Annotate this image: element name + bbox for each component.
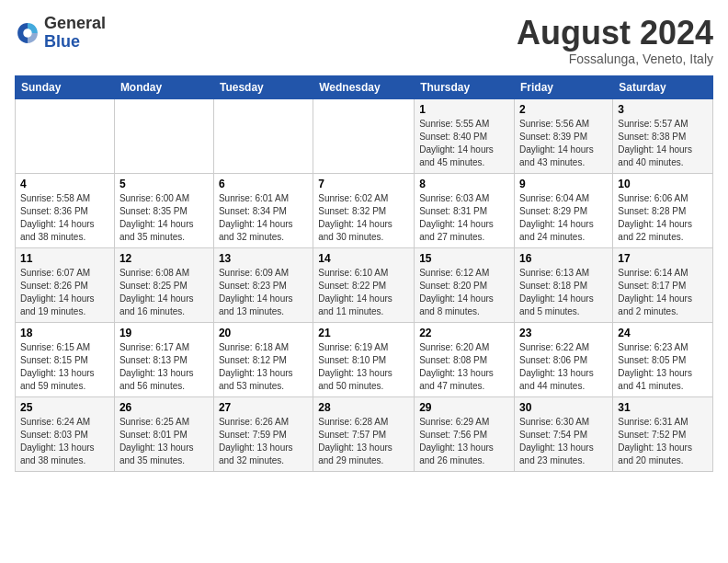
day-detail: Sunrise: 6:07 AM Sunset: 8:26 PM Dayligh… (20, 267, 109, 318)
day-number: 13 (219, 252, 308, 265)
day-number: 28 (318, 401, 409, 414)
day-detail: Sunrise: 6:12 AM Sunset: 8:20 PM Dayligh… (419, 267, 509, 318)
calendar-cell: 10Sunrise: 6:06 AM Sunset: 8:28 PM Dayli… (613, 173, 713, 247)
calendar-cell: 19Sunrise: 6:17 AM Sunset: 8:13 PM Dayli… (114, 322, 213, 396)
day-number: 27 (219, 401, 308, 414)
calendar-cell: 30Sunrise: 6:30 AM Sunset: 7:54 PM Dayli… (515, 396, 613, 471)
day-number: 9 (519, 178, 608, 190)
calendar-cell: 11Sunrise: 6:07 AM Sunset: 8:26 PM Dayli… (16, 247, 115, 322)
day-detail: Sunrise: 6:22 AM Sunset: 8:06 PM Dayligh… (519, 341, 608, 393)
day-number: 8 (419, 178, 509, 190)
day-detail: Sunrise: 6:23 AM Sunset: 8:05 PM Dayligh… (618, 341, 708, 393)
day-number: 21 (318, 327, 409, 339)
calendar-cell: 27Sunrise: 6:26 AM Sunset: 7:59 PM Dayli… (213, 396, 313, 471)
day-number: 1 (419, 103, 509, 116)
calendar-cell (16, 98, 115, 173)
day-detail: Sunrise: 6:13 AM Sunset: 8:18 PM Dayligh… (519, 267, 608, 318)
calendar-cell: 22Sunrise: 6:20 AM Sunset: 8:08 PM Dayli… (415, 322, 515, 396)
day-detail: Sunrise: 6:02 AM Sunset: 8:32 PM Dayligh… (318, 192, 409, 244)
calendar-cell: 31Sunrise: 6:31 AM Sunset: 7:52 PM Dayli… (613, 396, 713, 471)
day-number: 10 (618, 178, 708, 190)
calendar-cell (114, 98, 213, 173)
calendar-cell: 29Sunrise: 6:29 AM Sunset: 7:56 PM Dayli… (415, 396, 515, 471)
calendar-cell: 1Sunrise: 5:55 AM Sunset: 8:40 PM Daylig… (415, 98, 515, 173)
calendar-cell: 21Sunrise: 6:19 AM Sunset: 8:10 PM Dayli… (313, 322, 415, 396)
day-number: 17 (618, 252, 708, 265)
day-number: 29 (419, 401, 509, 414)
weekday-header-sunday: Sunday (16, 75, 115, 98)
calendar-table: SundayMondayTuesdayWednesdayThursdayFrid… (15, 75, 713, 472)
calendar-cell: 28Sunrise: 6:28 AM Sunset: 7:57 PM Dayli… (313, 396, 415, 471)
calendar-cell: 13Sunrise: 6:09 AM Sunset: 8:23 PM Dayli… (213, 247, 313, 322)
day-detail: Sunrise: 5:57 AM Sunset: 8:38 PM Dayligh… (618, 118, 708, 169)
calendar-week-row: 18Sunrise: 6:15 AM Sunset: 8:15 PM Dayli… (16, 322, 713, 396)
day-detail: Sunrise: 6:29 AM Sunset: 7:56 PM Dayligh… (419, 416, 509, 467)
day-detail: Sunrise: 6:08 AM Sunset: 8:25 PM Dayligh… (119, 267, 209, 318)
day-detail: Sunrise: 6:26 AM Sunset: 7:59 PM Dayligh… (219, 416, 308, 467)
day-number: 24 (618, 327, 708, 339)
day-detail: Sunrise: 6:06 AM Sunset: 8:28 PM Dayligh… (618, 192, 708, 244)
day-number: 14 (318, 252, 409, 265)
day-number: 6 (219, 178, 308, 190)
weekday-header-thursday: Thursday (415, 75, 515, 98)
calendar-cell: 23Sunrise: 6:22 AM Sunset: 8:06 PM Dayli… (515, 322, 613, 396)
day-number: 23 (519, 327, 608, 339)
day-number: 11 (20, 252, 109, 265)
calendar-cell: 15Sunrise: 6:12 AM Sunset: 8:20 PM Dayli… (415, 247, 515, 322)
day-detail: Sunrise: 6:28 AM Sunset: 7:57 PM Dayligh… (318, 416, 409, 467)
month-title: August 2024 (517, 15, 713, 52)
calendar-cell: 7Sunrise: 6:02 AM Sunset: 8:32 PM Daylig… (313, 173, 415, 247)
day-detail: Sunrise: 6:03 AM Sunset: 8:31 PM Dayligh… (419, 192, 509, 244)
calendar-cell: 5Sunrise: 6:00 AM Sunset: 8:35 PM Daylig… (114, 173, 213, 247)
calendar-cell: 8Sunrise: 6:03 AM Sunset: 8:31 PM Daylig… (415, 173, 515, 247)
day-detail: Sunrise: 5:56 AM Sunset: 8:39 PM Dayligh… (519, 118, 608, 169)
location-subtitle: Fossalunga, Veneto, Italy (517, 52, 713, 66)
day-number: 25 (20, 401, 109, 414)
day-number: 12 (119, 252, 209, 265)
calendar-cell: 12Sunrise: 6:08 AM Sunset: 8:25 PM Dayli… (114, 247, 213, 322)
day-number: 16 (519, 252, 608, 265)
calendar-cell: 14Sunrise: 6:10 AM Sunset: 8:22 PM Dayli… (313, 247, 415, 322)
day-detail: Sunrise: 6:14 AM Sunset: 8:17 PM Dayligh… (618, 267, 708, 318)
calendar-cell: 6Sunrise: 6:01 AM Sunset: 8:34 PM Daylig… (213, 173, 313, 247)
day-number: 2 (519, 103, 608, 116)
day-number: 7 (318, 178, 409, 190)
calendar-cell: 16Sunrise: 6:13 AM Sunset: 8:18 PM Dayli… (515, 247, 613, 322)
logo-text: General Blue (44, 15, 106, 52)
day-number: 5 (119, 178, 209, 190)
calendar-body: 1Sunrise: 5:55 AM Sunset: 8:40 PM Daylig… (16, 98, 713, 471)
day-detail: Sunrise: 6:20 AM Sunset: 8:08 PM Dayligh… (419, 341, 509, 393)
weekday-header-tuesday: Tuesday (213, 75, 313, 98)
weekday-header-row: SundayMondayTuesdayWednesdayThursdayFrid… (16, 75, 713, 98)
weekday-header-saturday: Saturday (613, 75, 713, 98)
logo-icon (15, 20, 40, 46)
day-detail: Sunrise: 6:01 AM Sunset: 8:34 PM Dayligh… (219, 192, 308, 244)
day-number: 18 (20, 327, 109, 339)
calendar-week-row: 11Sunrise: 6:07 AM Sunset: 8:26 PM Dayli… (16, 247, 713, 322)
day-detail: Sunrise: 6:31 AM Sunset: 7:52 PM Dayligh… (618, 416, 708, 467)
title-block: August 2024 Fossalunga, Veneto, Italy (517, 15, 713, 66)
calendar-cell: 20Sunrise: 6:18 AM Sunset: 8:12 PM Dayli… (213, 322, 313, 396)
calendar-cell: 4Sunrise: 5:58 AM Sunset: 8:36 PM Daylig… (16, 173, 115, 247)
calendar-week-row: 1Sunrise: 5:55 AM Sunset: 8:40 PM Daylig… (16, 98, 713, 173)
day-number: 26 (119, 401, 209, 414)
calendar-cell: 18Sunrise: 6:15 AM Sunset: 8:15 PM Dayli… (16, 322, 115, 396)
day-detail: Sunrise: 6:30 AM Sunset: 7:54 PM Dayligh… (519, 416, 608, 467)
day-detail: Sunrise: 5:58 AM Sunset: 8:36 PM Dayligh… (20, 192, 109, 244)
day-detail: Sunrise: 6:24 AM Sunset: 8:03 PM Dayligh… (20, 416, 109, 467)
day-number: 4 (20, 178, 109, 190)
day-detail: Sunrise: 6:10 AM Sunset: 8:22 PM Dayligh… (318, 267, 409, 318)
day-number: 31 (618, 401, 708, 414)
day-detail: Sunrise: 6:19 AM Sunset: 8:10 PM Dayligh… (318, 341, 409, 393)
calendar-cell: 9Sunrise: 6:04 AM Sunset: 8:29 PM Daylig… (515, 173, 613, 247)
day-number: 20 (219, 327, 308, 339)
day-detail: Sunrise: 5:55 AM Sunset: 8:40 PM Dayligh… (419, 118, 509, 169)
day-detail: Sunrise: 6:25 AM Sunset: 8:01 PM Dayligh… (119, 416, 209, 467)
calendar-cell: 25Sunrise: 6:24 AM Sunset: 8:03 PM Dayli… (16, 396, 115, 471)
day-detail: Sunrise: 6:18 AM Sunset: 8:12 PM Dayligh… (219, 341, 308, 393)
day-number: 19 (119, 327, 209, 339)
day-detail: Sunrise: 6:09 AM Sunset: 8:23 PM Dayligh… (219, 267, 308, 318)
logo: General Blue (15, 15, 106, 52)
calendar-cell: 3Sunrise: 5:57 AM Sunset: 8:38 PM Daylig… (613, 98, 713, 173)
weekday-header-monday: Monday (114, 75, 213, 98)
